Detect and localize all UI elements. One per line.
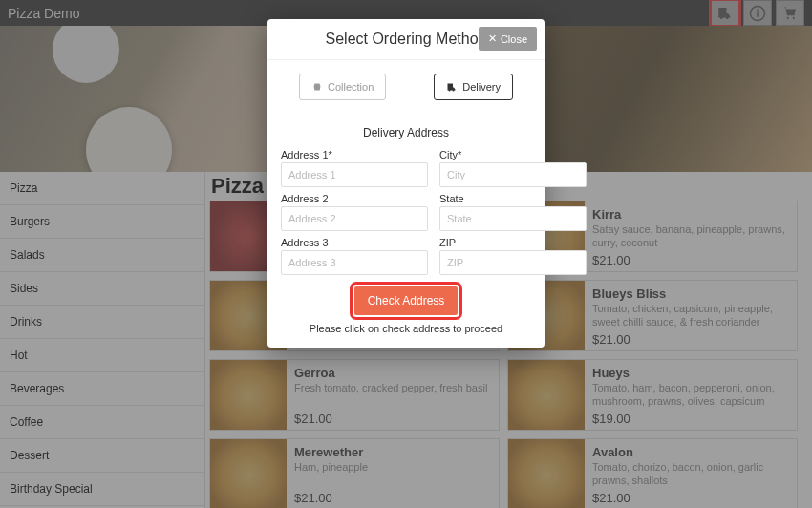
field-city: City* bbox=[439, 145, 587, 187]
basket-icon bbox=[311, 81, 323, 93]
label-address1: Address 1* bbox=[281, 149, 428, 160]
modal-title: Select Ordering Method bbox=[326, 31, 487, 48]
input-address1[interactable] bbox=[281, 162, 428, 187]
check-address-wrap: Check Address bbox=[267, 281, 545, 319]
input-address2[interactable] bbox=[281, 206, 428, 231]
input-state[interactable] bbox=[439, 206, 587, 231]
field-address3: Address 3 bbox=[281, 233, 428, 275]
input-address3[interactable] bbox=[281, 250, 428, 275]
input-zip[interactable] bbox=[439, 250, 587, 275]
check-address-hint: Please click on check address to proceed bbox=[267, 319, 545, 348]
label-address3: Address 3 bbox=[281, 237, 428, 248]
ordering-methods: Collection Delivery bbox=[267, 60, 545, 116]
close-label: Close bbox=[501, 33, 527, 45]
label-state: State bbox=[439, 193, 587, 204]
field-address2: Address 2 bbox=[281, 189, 428, 231]
collection-label: Collection bbox=[328, 81, 374, 93]
truck-icon bbox=[446, 81, 458, 93]
label-address2: Address 2 bbox=[281, 193, 428, 204]
collection-button[interactable]: Collection bbox=[299, 74, 386, 100]
field-state: State bbox=[439, 189, 587, 231]
ordering-method-modal: Select Ordering Method ✕ Close Collectio… bbox=[267, 19, 545, 348]
input-city[interactable] bbox=[439, 162, 587, 187]
label-city: City* bbox=[439, 149, 587, 160]
check-address-button[interactable]: Check Address bbox=[354, 286, 459, 315]
close-button[interactable]: ✕ Close bbox=[479, 27, 537, 51]
delivery-address-heading: Delivery Address bbox=[267, 116, 545, 145]
field-zip: ZIP bbox=[439, 233, 587, 275]
delivery-label: Delivery bbox=[462, 81, 501, 93]
label-zip: ZIP bbox=[439, 237, 587, 248]
close-icon: ✕ bbox=[488, 32, 497, 45]
field-address1: Address 1* bbox=[281, 145, 428, 187]
delivery-button[interactable]: Delivery bbox=[434, 74, 513, 100]
address-form: Address 1* City* Address 2 State Address… bbox=[267, 145, 545, 281]
modal-header: Select Ordering Method ✕ Close bbox=[267, 19, 545, 60]
